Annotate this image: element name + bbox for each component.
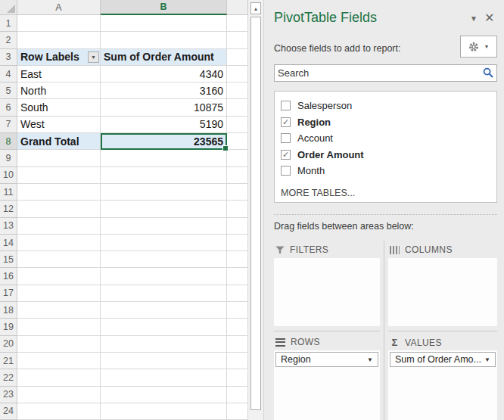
cell-C8[interactable] [227, 133, 248, 150]
row-labels-filter-button[interactable]: ▼ [88, 51, 99, 63]
cell-C4[interactable] [227, 66, 248, 82]
row-header-11[interactable]: 11 [0, 184, 17, 201]
cell-A3[interactable]: Row Labels▼ [17, 49, 101, 66]
row-header-23[interactable]: 23 [0, 387, 17, 403]
values-area-item-sum-of-order-amo-[interactable]: Sum of Order Amo...▼ [390, 352, 496, 367]
cell-C9[interactable] [227, 150, 248, 166]
cell-B14[interactable] [101, 235, 227, 251]
cell-B21[interactable] [101, 353, 227, 369]
cell-C23[interactable] [227, 387, 248, 403]
row-header-16[interactable]: 16 [0, 268, 17, 285]
vertical-scrollbar[interactable]: ▲ [248, 0, 263, 420]
cell-A18[interactable] [17, 302, 101, 319]
cell-A13[interactable] [17, 218, 101, 235]
row-header-14[interactable]: 14 [0, 235, 17, 251]
cell-A9[interactable] [17, 150, 101, 166]
cell-A20[interactable] [17, 336, 101, 353]
cell-B16[interactable] [101, 268, 227, 285]
cell-B10[interactable] [101, 167, 227, 184]
cell-A4[interactable]: East [17, 66, 101, 82]
cell-B17[interactable] [101, 285, 227, 302]
cell-C7[interactable] [227, 117, 248, 133]
field-checkbox-salesperson[interactable] [281, 101, 291, 110]
cell-C3[interactable] [227, 49, 248, 66]
cell-B18[interactable] [101, 302, 227, 319]
cell-A7[interactable]: West [17, 117, 101, 133]
scroll-up-button[interactable]: ▲ [250, 2, 261, 14]
row-header-8[interactable]: 8 [0, 133, 17, 150]
field-checkbox-region[interactable]: ✓ [281, 117, 291, 127]
columns-drop-zone[interactable] [388, 258, 497, 326]
row-header-22[interactable]: 22 [0, 369, 17, 386]
cell-B3[interactable]: Sum of Order Amount [101, 49, 227, 66]
cell-C5[interactable] [227, 82, 248, 99]
row-header-20[interactable]: 20 [0, 336, 17, 353]
column-header-a[interactable]: A [17, 0, 101, 15]
cell-C19[interactable] [227, 319, 248, 335]
cell-C17[interactable] [227, 285, 248, 302]
cell-B23[interactable] [101, 387, 227, 403]
row-header-3[interactable]: 3 [0, 49, 17, 66]
field-item-region[interactable]: ✓Region [281, 114, 496, 131]
cell-A22[interactable] [17, 369, 101, 386]
cell-B4[interactable]: 4340 [101, 66, 227, 82]
cell-A1[interactable] [17, 15, 101, 32]
cell-A12[interactable] [17, 201, 101, 217]
column-header-partial[interactable] [227, 0, 248, 15]
cell-C16[interactable] [227, 268, 248, 285]
cell-A24[interactable] [17, 403, 101, 420]
cell-B11[interactable] [101, 184, 227, 201]
filters-drop-zone[interactable] [274, 258, 380, 326]
cell-B2[interactable] [101, 32, 227, 48]
pane-close-icon[interactable]: ✕ [484, 11, 494, 25]
cell-B19[interactable] [101, 319, 227, 335]
cell-B15[interactable] [101, 251, 227, 268]
row-header-19[interactable]: 19 [0, 319, 17, 335]
rows-drop-zone[interactable]: Region▼ [274, 350, 380, 420]
cell-B7[interactable]: 5190 [101, 117, 227, 133]
cell-C22[interactable] [227, 369, 248, 386]
cell-C6[interactable] [227, 99, 248, 116]
cell-A15[interactable] [17, 251, 101, 268]
rows-area-item-region[interactable]: Region▼ [275, 352, 378, 367]
row-header-12[interactable]: 12 [0, 201, 17, 217]
cell-C1[interactable] [227, 15, 248, 32]
field-item-order-amount[interactable]: ✓Order Amount [281, 147, 496, 163]
scrollbar-thumb[interactable] [250, 17, 261, 410]
cell-A8[interactable]: Grand Total [17, 133, 101, 150]
cell-B13[interactable] [101, 218, 227, 235]
row-header-13[interactable]: 13 [0, 218, 17, 235]
pill-dropdown-icon[interactable]: ▼ [367, 356, 373, 363]
cell-C12[interactable] [227, 201, 248, 217]
cell-B24[interactable] [101, 403, 227, 420]
cell-C13[interactable] [227, 218, 248, 235]
cell-A10[interactable] [17, 167, 101, 184]
cell-A23[interactable] [17, 387, 101, 403]
row-header-4[interactable]: 4 [0, 66, 17, 82]
cell-C2[interactable] [227, 32, 248, 48]
cell-A21[interactable] [17, 353, 101, 369]
row-header-7[interactable]: 7 [0, 117, 17, 133]
values-drop-zone[interactable]: Sum of Order Amo...▼ [388, 350, 497, 420]
row-header-6[interactable]: 6 [0, 99, 17, 116]
pill-dropdown-icon[interactable]: ▼ [484, 356, 490, 363]
field-item-month[interactable]: Month [281, 163, 496, 179]
row-header-5[interactable]: 5 [0, 82, 17, 99]
cell-C11[interactable] [227, 184, 248, 201]
cell-B1[interactable] [101, 15, 227, 32]
cell-C14[interactable] [227, 235, 248, 251]
cell-A14[interactable] [17, 235, 101, 251]
cell-B6[interactable]: 10875 [101, 99, 227, 116]
cell-A16[interactable] [17, 268, 101, 285]
cell-B22[interactable] [101, 369, 227, 386]
cell-B20[interactable] [101, 336, 227, 353]
field-item-account[interactable]: Account [281, 130, 496, 147]
select-all-corner[interactable] [0, 0, 17, 15]
more-tables-link[interactable]: MORE TABLES... [281, 188, 496, 198]
row-header-10[interactable]: 10 [0, 167, 17, 184]
row-header-1[interactable]: 1 [0, 15, 17, 32]
row-header-15[interactable]: 15 [0, 251, 17, 268]
cell-C20[interactable] [227, 336, 248, 353]
row-header-24[interactable]: 24 [0, 403, 17, 420]
cell-C18[interactable] [227, 302, 248, 319]
